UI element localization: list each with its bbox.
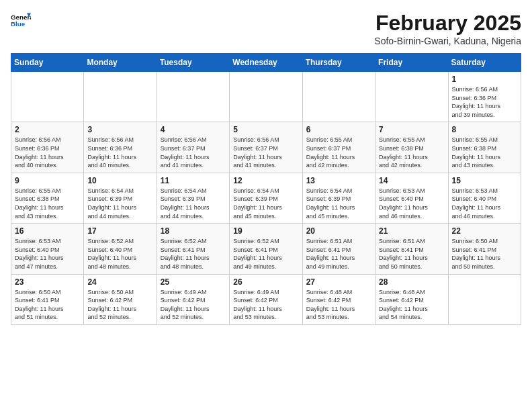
day-number: 18 <box>161 226 226 236</box>
day-info: Sunrise: 6:56 AM Sunset: 6:36 PM Dayligh… <box>87 136 152 169</box>
calendar-cell <box>230 72 302 122</box>
day-info: Sunrise: 6:55 AM Sunset: 6:38 PM Dayligh… <box>379 136 444 169</box>
calendar-week-row: 9Sunrise: 6:55 AM Sunset: 6:38 PM Daylig… <box>11 173 521 223</box>
calendar-cell: 11Sunrise: 6:54 AM Sunset: 6:39 PM Dayli… <box>157 173 229 223</box>
day-info: Sunrise: 6:50 AM Sunset: 6:42 PM Dayligh… <box>87 288 152 322</box>
col-header-monday: Monday <box>84 54 157 72</box>
day-info: Sunrise: 6:55 AM Sunset: 6:38 PM Dayligh… <box>452 136 517 169</box>
calendar-cell <box>84 72 157 122</box>
col-header-sunday: Sunday <box>11 54 84 72</box>
day-info: Sunrise: 6:54 AM Sunset: 6:39 PM Dayligh… <box>87 187 152 220</box>
calendar-cell: 8Sunrise: 6:55 AM Sunset: 6:38 PM Daylig… <box>448 122 521 173</box>
day-number: 5 <box>233 125 298 134</box>
calendar-cell: 21Sunrise: 6:51 AM Sunset: 6:41 PM Dayli… <box>375 224 448 274</box>
col-header-wednesday: Wednesday <box>230 54 302 72</box>
day-number: 13 <box>306 176 371 185</box>
calendar-cell: 17Sunrise: 6:52 AM Sunset: 6:40 PM Dayli… <box>84 224 157 274</box>
calendar-cell: 19Sunrise: 6:52 AM Sunset: 6:41 PM Dayli… <box>230 224 302 274</box>
day-info: Sunrise: 6:49 AM Sunset: 6:42 PM Dayligh… <box>161 288 226 322</box>
calendar-table: SundayMondayTuesdayWednesdayThursdayFrid… <box>11 53 521 325</box>
day-info: Sunrise: 6:52 AM Sunset: 6:41 PM Dayligh… <box>161 237 226 271</box>
day-info: Sunrise: 6:56 AM Sunset: 6:37 PM Dayligh… <box>161 136 226 169</box>
svg-text:Blue: Blue <box>11 20 26 28</box>
day-info: Sunrise: 6:50 AM Sunset: 6:41 PM Dayligh… <box>15 288 80 322</box>
calendar-cell: 10Sunrise: 6:54 AM Sunset: 6:39 PM Dayli… <box>84 173 157 223</box>
day-number: 27 <box>306 277 371 287</box>
day-number: 24 <box>87 277 152 287</box>
day-number: 1 <box>452 75 517 84</box>
calendar-cell: 5Sunrise: 6:56 AM Sunset: 6:37 PM Daylig… <box>230 122 302 173</box>
day-info: Sunrise: 6:50 AM Sunset: 6:41 PM Dayligh… <box>452 237 517 271</box>
day-info: Sunrise: 6:56 AM Sunset: 6:36 PM Dayligh… <box>15 136 80 169</box>
day-number: 8 <box>452 125 517 134</box>
day-number: 15 <box>452 176 517 185</box>
day-number: 6 <box>306 125 371 134</box>
day-info: Sunrise: 6:48 AM Sunset: 6:42 PM Dayligh… <box>379 288 444 322</box>
day-info: Sunrise: 6:54 AM Sunset: 6:39 PM Dayligh… <box>161 187 226 220</box>
calendar-cell <box>11 72 84 122</box>
calendar-cell: 23Sunrise: 6:50 AM Sunset: 6:41 PM Dayli… <box>11 274 84 324</box>
day-number: 12 <box>233 176 298 185</box>
calendar-cell: 13Sunrise: 6:54 AM Sunset: 6:39 PM Dayli… <box>302 173 375 223</box>
calendar-cell: 4Sunrise: 6:56 AM Sunset: 6:37 PM Daylig… <box>157 122 229 173</box>
logo: General Blue <box>11 11 31 30</box>
calendar-cell: 20Sunrise: 6:51 AM Sunset: 6:41 PM Dayli… <box>302 224 375 274</box>
day-number: 26 <box>233 277 298 287</box>
calendar-cell: 7Sunrise: 6:55 AM Sunset: 6:38 PM Daylig… <box>375 122 448 173</box>
calendar-cell: 3Sunrise: 6:56 AM Sunset: 6:36 PM Daylig… <box>84 122 157 173</box>
calendar-week-row: 1Sunrise: 6:56 AM Sunset: 6:36 PM Daylig… <box>11 72 521 122</box>
calendar-cell: 15Sunrise: 6:53 AM Sunset: 6:40 PM Dayli… <box>448 173 521 223</box>
calendar-cell: 24Sunrise: 6:50 AM Sunset: 6:42 PM Dayli… <box>84 274 157 324</box>
calendar-cell: 1Sunrise: 6:56 AM Sunset: 6:36 PM Daylig… <box>448 72 521 122</box>
month-title: February 2025 <box>374 11 521 36</box>
day-info: Sunrise: 6:56 AM Sunset: 6:37 PM Dayligh… <box>233 136 298 169</box>
day-info: Sunrise: 6:52 AM Sunset: 6:40 PM Dayligh… <box>87 237 152 271</box>
col-header-saturday: Saturday <box>448 54 521 72</box>
calendar-cell: 2Sunrise: 6:56 AM Sunset: 6:36 PM Daylig… <box>11 122 84 173</box>
day-number: 10 <box>87 176 152 185</box>
day-number: 2 <box>15 125 80 134</box>
col-header-friday: Friday <box>375 54 448 72</box>
calendar-cell: 26Sunrise: 6:49 AM Sunset: 6:42 PM Dayli… <box>230 274 302 324</box>
calendar-cell: 25Sunrise: 6:49 AM Sunset: 6:42 PM Dayli… <box>157 274 229 324</box>
calendar-header-row: SundayMondayTuesdayWednesdayThursdayFrid… <box>11 54 521 72</box>
day-info: Sunrise: 6:51 AM Sunset: 6:41 PM Dayligh… <box>379 237 444 271</box>
calendar-cell: 22Sunrise: 6:50 AM Sunset: 6:41 PM Dayli… <box>448 224 521 274</box>
day-info: Sunrise: 6:54 AM Sunset: 6:39 PM Dayligh… <box>233 187 298 220</box>
day-number: 23 <box>15 277 80 287</box>
location: Sofo-Birnin-Gwari, Kaduna, Nigeria <box>374 36 521 46</box>
calendar-cell: 9Sunrise: 6:55 AM Sunset: 6:38 PM Daylig… <box>11 173 84 223</box>
day-number: 19 <box>233 226 298 236</box>
calendar-week-row: 2Sunrise: 6:56 AM Sunset: 6:36 PM Daylig… <box>11 122 521 173</box>
calendar-cell: 14Sunrise: 6:53 AM Sunset: 6:40 PM Dayli… <box>375 173 448 223</box>
day-info: Sunrise: 6:54 AM Sunset: 6:39 PM Dayligh… <box>306 187 371 220</box>
day-number: 7 <box>379 125 444 134</box>
calendar-cell: 27Sunrise: 6:48 AM Sunset: 6:42 PM Dayli… <box>302 274 375 324</box>
day-info: Sunrise: 6:49 AM Sunset: 6:42 PM Dayligh… <box>233 288 298 322</box>
day-number: 17 <box>87 226 152 236</box>
calendar-cell <box>375 72 448 122</box>
day-info: Sunrise: 6:52 AM Sunset: 6:41 PM Dayligh… <box>233 237 298 271</box>
day-info: Sunrise: 6:53 AM Sunset: 6:40 PM Dayligh… <box>379 187 444 220</box>
day-number: 21 <box>379 226 444 236</box>
calendar-cell <box>302 72 375 122</box>
col-header-thursday: Thursday <box>302 54 375 72</box>
day-number: 14 <box>379 176 444 185</box>
day-number: 28 <box>379 277 444 287</box>
day-number: 16 <box>15 226 80 236</box>
calendar-cell <box>157 72 229 122</box>
calendar-cell <box>448 274 521 324</box>
day-info: Sunrise: 6:48 AM Sunset: 6:42 PM Dayligh… <box>306 288 371 322</box>
day-info: Sunrise: 6:51 AM Sunset: 6:41 PM Dayligh… <box>306 237 371 271</box>
day-number: 4 <box>161 125 226 134</box>
day-info: Sunrise: 6:53 AM Sunset: 6:40 PM Dayligh… <box>452 187 517 220</box>
col-header-tuesday: Tuesday <box>157 54 229 72</box>
day-number: 11 <box>161 176 226 185</box>
day-number: 9 <box>15 176 80 185</box>
logo-icon: General Blue <box>11 11 31 30</box>
day-number: 22 <box>452 226 517 236</box>
calendar-cell: 16Sunrise: 6:53 AM Sunset: 6:40 PM Dayli… <box>11 224 84 274</box>
day-info: Sunrise: 6:56 AM Sunset: 6:36 PM Dayligh… <box>452 85 517 119</box>
day-number: 3 <box>87 125 152 134</box>
page-header: General Blue February 2025 Sofo-Birnin-G… <box>11 11 521 46</box>
